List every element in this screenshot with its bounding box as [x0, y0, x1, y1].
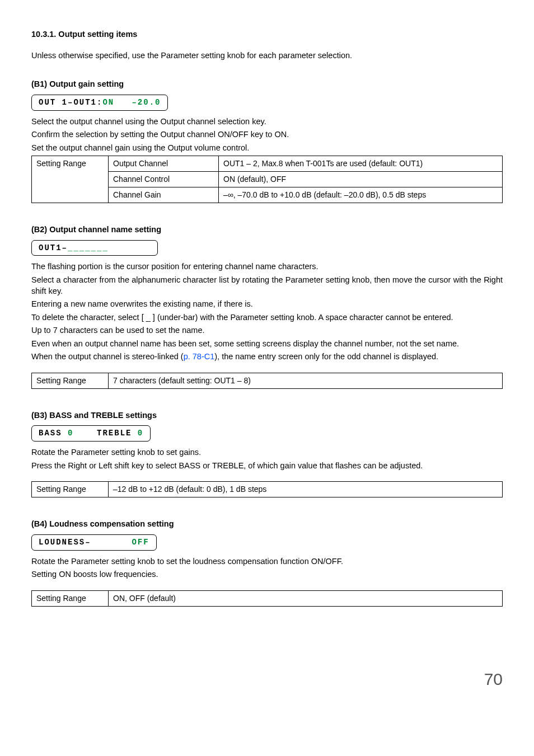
- b1-p2: Confirm the selection by setting the Out…: [31, 129, 503, 140]
- b2-p2: Select a character from the alphanumeric…: [31, 275, 503, 297]
- b2-p3: Entering a new name overwrites the exist…: [31, 299, 503, 310]
- b3-t-c1: Setting Range: [32, 482, 109, 497]
- b4-display: LOUDNESS– OFF: [31, 534, 157, 551]
- b3-disp-l2: TREBLE: [73, 429, 137, 438]
- b2-p7a: When the output channel is stereo-linked…: [31, 352, 184, 361]
- b2-p1: The flashing portion is the cursor posit…: [31, 261, 503, 273]
- b2-disp-value: _______: [68, 243, 109, 252]
- b2-display: OUT1–_______: [31, 240, 158, 256]
- b1-p3: Set the output channel gain using the Ou…: [31, 143, 503, 154]
- b1-setting-table: Setting Range Output Channel OUT1 – 2, M…: [31, 156, 503, 203]
- b4-t-c2: ON, OFF (default): [109, 590, 503, 606]
- b2-t-c1: Setting Range: [32, 373, 109, 388]
- b1-t-r1c2: Output Channel: [109, 156, 219, 172]
- b3-p2: Press the Right or Left shift key to sel…: [31, 461, 503, 472]
- b2-p7b: ), the name entry screen only for the od…: [214, 352, 438, 361]
- b2-p7: When the output channel is stereo-linked…: [31, 351, 503, 363]
- b2-title: (B2) Output channel name setting: [31, 224, 503, 236]
- b1-title: (B1) Output gain setting: [31, 79, 503, 90]
- b2-disp-pre: OUT1–: [39, 243, 68, 252]
- b2-t-c2: 7 characters (default setting: OUT1 – 8): [109, 373, 503, 388]
- b3-disp-v1: 0: [68, 429, 73, 438]
- b1-t-r3c3: –∞, –70.0 dB to +10.0 dB (default: –20.0…: [219, 187, 503, 203]
- b3-display: BASS 0 TREBLE 0: [31, 425, 151, 442]
- b3-p1: Rotate the Parameter setting knob to set…: [31, 447, 503, 458]
- b3-t-c2: –12 dB to +12 dB (default: 0 dB), 1 dB s…: [109, 482, 503, 497]
- b4-disp-l: LOUDNESS–: [39, 538, 132, 547]
- b4-disp-v: OFF: [132, 538, 149, 547]
- b2-p6: Even when an output channel name has bee…: [31, 339, 503, 350]
- b1-t-r1c3: OUT1 – 2, Max.8 when T-001Ts are used (d…: [219, 156, 503, 172]
- b4-setting-table: Setting Range ON, OFF (default): [31, 590, 503, 607]
- b1-disp-pre: OUT 1–OUT1:: [39, 98, 102, 107]
- section-title: 10.3.1. Output setting items: [31, 29, 503, 40]
- b1-t-r2c2: Channel Control: [109, 172, 219, 187]
- b2-p4: To delete the character, select [ _ ] (u…: [31, 312, 503, 323]
- b3-disp-l1: BASS: [39, 429, 68, 438]
- page-number: 70: [31, 668, 503, 691]
- b2-p5: Up to 7 characters can be used to set th…: [31, 325, 503, 336]
- b3-disp-v2: 0: [138, 429, 143, 438]
- b1-t-r1c1: Setting Range: [32, 156, 109, 203]
- b1-disp-value: ON –20.0: [102, 98, 161, 107]
- b1-display: OUT 1–OUT1:ON –20.0: [31, 95, 168, 111]
- b4-p2: Setting ON boosts low frequencies.: [31, 569, 503, 580]
- section-intro: Unless otherwise specified, use the Para…: [31, 50, 503, 62]
- b3-setting-table: Setting Range –12 dB to +12 dB (default:…: [31, 481, 503, 497]
- b2-p7-link[interactable]: p. 78-C1: [184, 352, 215, 361]
- b4-p1: Rotate the Parameter setting knob to set…: [31, 556, 503, 567]
- b2-setting-table: Setting Range 7 characters (default sett…: [31, 373, 503, 389]
- b4-title: (B4) Loudness compensation setting: [31, 519, 503, 530]
- b1-p1: Select the output channel using the Outp…: [31, 116, 503, 128]
- b4-t-c1: Setting Range: [32, 590, 109, 606]
- b1-t-r3c2: Channel Gain: [109, 187, 219, 203]
- b1-t-r2c3: ON (default), OFF: [219, 172, 503, 187]
- b3-title: (B3) BASS and TREBLE settings: [31, 410, 503, 421]
